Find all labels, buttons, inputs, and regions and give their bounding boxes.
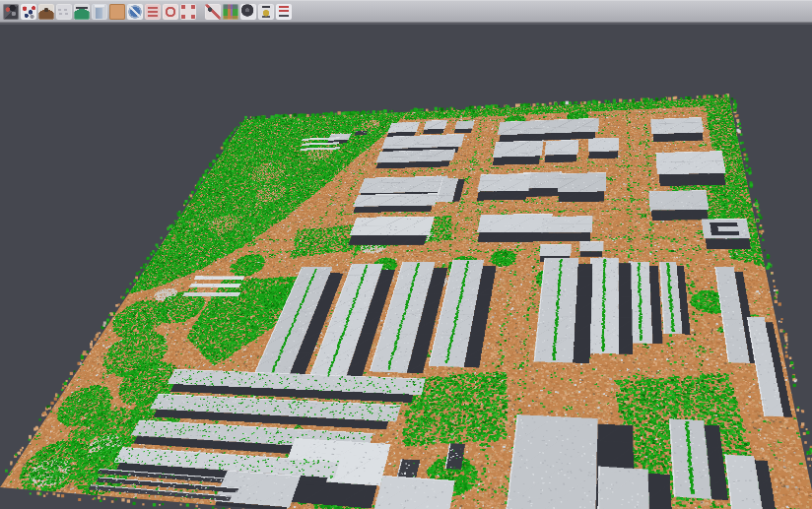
classification-icon[interactable] [223, 4, 238, 20]
toolbar [0, 0, 812, 23]
red-list-icon[interactable] [145, 4, 161, 20]
wall-profile-icon[interactable] [92, 4, 107, 20]
3d-viewport [0, 23, 812, 509]
terrain-green-icon[interactable] [74, 4, 90, 20]
sparse-points-icon[interactable] [56, 4, 72, 20]
terrain-brown-icon[interactable] [38, 4, 54, 20]
point-cloud-dark-icon[interactable] [3, 4, 19, 20]
point-cloud-canvas[interactable] [0, 25, 812, 509]
globe-icon[interactable] [127, 4, 143, 20]
annotate-icon[interactable] [205, 4, 221, 20]
measure-icon[interactable] [258, 4, 274, 20]
red-ring-icon[interactable] [163, 4, 178, 20]
dark-sphere-icon[interactable] [240, 4, 256, 20]
red-stripes-icon[interactable] [276, 4, 292, 20]
selection-brackets-icon[interactable] [180, 4, 196, 20]
point-cloud-rgb-icon[interactable] [21, 4, 36, 20]
application-window [0, 0, 812, 509]
ortho-square-icon[interactable] [109, 4, 125, 20]
toolbar-separator [197, 4, 204, 20]
